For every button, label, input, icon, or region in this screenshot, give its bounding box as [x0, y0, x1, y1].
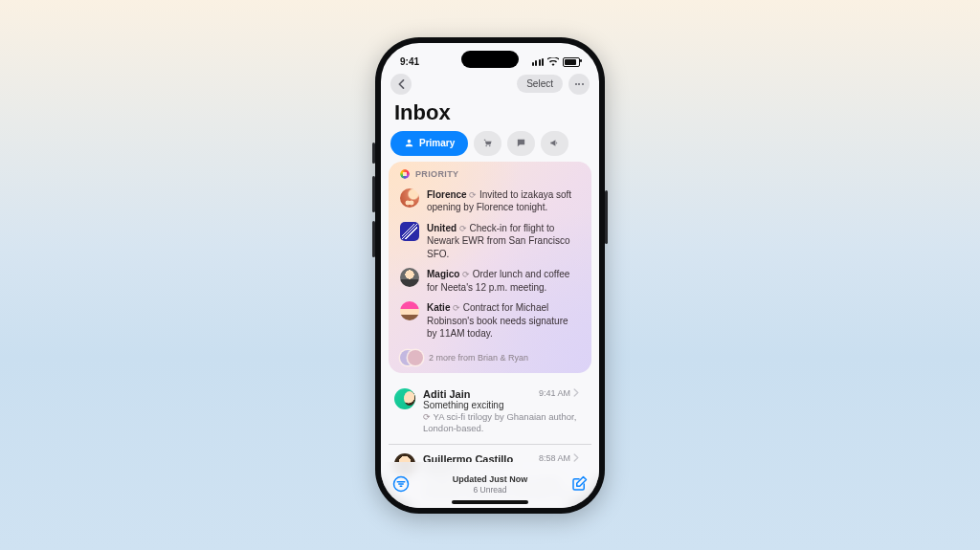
status-indicators: [532, 50, 580, 67]
more-button[interactable]: [568, 74, 590, 95]
screen: 9:41 Select: [381, 43, 599, 508]
category-promotions[interactable]: [541, 131, 568, 156]
category-primary[interactable]: Primary: [390, 131, 468, 156]
mail-app: Select Inbox Primary: [381, 43, 599, 508]
priority-title: PRIORITY: [415, 169, 458, 179]
select-button[interactable]: Select: [517, 75, 563, 93]
message-meta: 9:41 AM: [539, 388, 579, 398]
iphone-device: 9:41 Select: [375, 37, 605, 514]
apple-intelligence-icon: [400, 169, 410, 179]
summary-icon: ⟳: [462, 270, 473, 279]
chat-icon: [516, 138, 526, 148]
priority-text: United ⟳ Check-in for flight to Newark E…: [427, 222, 580, 261]
avatar: [400, 222, 419, 241]
unread-count: 6 Unread: [453, 485, 528, 495]
priority-more[interactable]: 2 more from Brian & Ryan: [396, 344, 584, 365]
summary-icon: ⟳: [423, 412, 434, 422]
person-icon: [404, 138, 414, 148]
page-title: Inbox: [381, 97, 599, 131]
message-list[interactable]: PRIORITY Florence ⟳ Invited to izakaya s…: [381, 162, 599, 508]
cellular-signal-icon: [532, 58, 544, 66]
priority-card: PRIORITY Florence ⟳ Invited to izakaya s…: [389, 162, 591, 373]
status-time: 9:41: [400, 49, 419, 67]
summary-icon: ⟳: [469, 190, 479, 200]
filter-button[interactable]: [390, 473, 412, 495]
summary-icon: ⟳: [453, 303, 463, 313]
ellipsis-icon: [575, 83, 584, 85]
category-primary-label: Primary: [419, 138, 455, 148]
priority-item[interactable]: Katie ⟳ Contract for Michael Robinson's …: [396, 297, 584, 344]
battery-icon: [563, 57, 580, 67]
compose-button[interactable]: [568, 473, 590, 495]
priority-item[interactable]: Florence ⟳ Invited to izakaya soft openi…: [396, 185, 584, 218]
chevron-left-icon: [397, 79, 405, 89]
priority-header: PRIORITY: [396, 169, 584, 185]
wifi-icon: [547, 57, 559, 66]
nav-row: Select: [381, 70, 599, 97]
category-transactions[interactable]: [474, 131, 501, 156]
avatar: [400, 301, 419, 320]
filter-icon: [392, 475, 410, 493]
priority-item[interactable]: United ⟳ Check-in for flight to Newark E…: [396, 218, 584, 265]
avatar: [394, 388, 415, 409]
avatar: [400, 268, 419, 287]
message-time: 9:41 AM: [539, 388, 570, 398]
wallpaper: 9:41 Select: [0, 0, 980, 550]
message-preview: ⟳ YA sci-fi trilogy by Ghanaian author, …: [423, 411, 586, 435]
priority-more-label: 2 more from Brian & Ryan: [429, 353, 528, 363]
back-button[interactable]: [390, 74, 412, 95]
message-subject: Something exciting: [423, 400, 586, 410]
megaphone-icon: [549, 138, 560, 148]
chevron-right-icon: [573, 388, 579, 397]
priority-text: Katie ⟳ Contract for Michael Robinson's …: [427, 301, 580, 341]
category-row: Primary: [381, 131, 599, 162]
cart-icon: [482, 138, 493, 148]
toolbar: Updated Just Now 6 Unread: [381, 462, 599, 508]
priority-text: Florence ⟳ Invited to izakaya soft openi…: [427, 188, 580, 214]
status-text: Updated Just Now 6 Unread: [453, 474, 528, 495]
avatar: [400, 188, 419, 208]
message-row[interactable]: Aditi Jain Something exciting ⟳ YA sci-f…: [389, 379, 591, 444]
updated-label: Updated Just Now: [453, 474, 528, 485]
compose-icon: [570, 475, 588, 493]
priority-item[interactable]: Magico ⟳ Order lunch and coffee for Neet…: [396, 264, 584, 297]
power-button: [605, 190, 608, 244]
home-indicator: [452, 500, 528, 504]
avatar-stack: [400, 350, 421, 365]
dynamic-island: [461, 51, 519, 68]
category-updates[interactable]: [507, 131, 535, 156]
priority-text: Magico ⟳ Order lunch and coffee for Neet…: [427, 268, 580, 294]
summary-icon: ⟳: [459, 224, 470, 233]
